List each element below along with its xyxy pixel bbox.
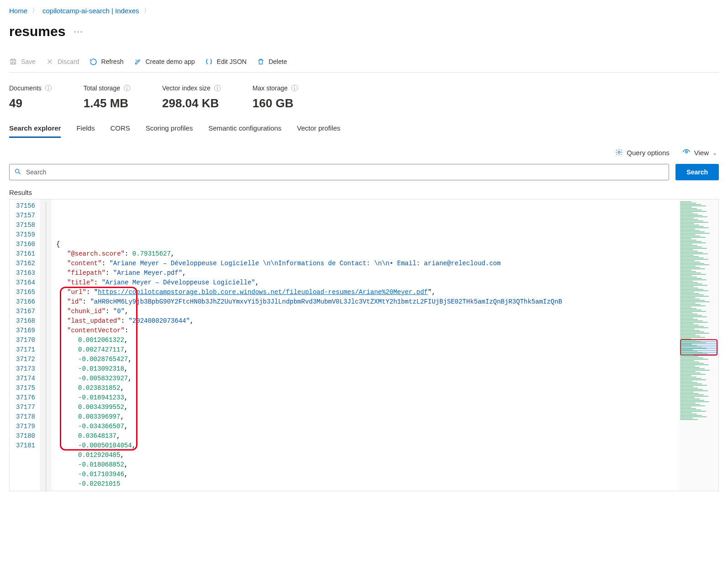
svg-point-2 xyxy=(16,169,19,173)
code-line: "contentVector": xyxy=(56,326,676,336)
tabs: Search explorer Fields CORS Scoring prof… xyxy=(9,121,719,138)
code-line: -0.0058323927, xyxy=(56,374,676,383)
line-number: 37167 xyxy=(12,307,35,316)
info-icon[interactable]: i xyxy=(291,85,298,91)
code-line: { xyxy=(56,240,676,249)
tab-search-explorer[interactable]: Search explorer xyxy=(9,121,61,138)
trash-icon xyxy=(257,58,265,66)
search-button[interactable]: Search xyxy=(675,164,719,180)
fold-strip[interactable] xyxy=(40,199,52,491)
code-line: -0.034366507, xyxy=(56,422,676,431)
info-icon[interactable]: i xyxy=(124,85,130,91)
stat-documents: Documentsi 49 xyxy=(9,84,52,110)
code-line: -0.00050104054, xyxy=(56,441,676,451)
search-input[interactable] xyxy=(21,168,664,176)
code-line: -0.013092318, xyxy=(56,364,676,374)
svg-point-0 xyxy=(618,151,620,153)
view-button[interactable]: View ⌄ xyxy=(682,148,717,157)
line-number: 37172 xyxy=(12,355,35,364)
view-label: View xyxy=(694,149,709,157)
close-icon xyxy=(46,58,54,66)
line-number: 37160 xyxy=(12,240,35,249)
line-number: 37173 xyxy=(12,364,35,374)
stat-value: 49 xyxy=(9,96,52,110)
code-line: 0.03648137, xyxy=(56,431,676,441)
refresh-button[interactable]: Refresh xyxy=(89,58,123,66)
results-editor: 3715637157371583715937160371613716237163… xyxy=(9,199,719,491)
page-title: resumes xyxy=(9,24,65,39)
line-number-gutter: 3715637157371583715937160371613716237163… xyxy=(10,199,40,491)
code-line: -0.02021015 xyxy=(56,479,676,489)
svg-point-1 xyxy=(686,151,688,153)
refresh-label: Refresh xyxy=(101,58,123,65)
stat-value: 1.45 MB xyxy=(84,96,130,110)
search-box[interactable] xyxy=(9,164,669,180)
breadcrumb-indexes[interactable]: copilotcamp-ai-search | Indexes xyxy=(42,7,139,15)
line-number: 37181 xyxy=(12,441,35,451)
line-number: 37175 xyxy=(12,383,35,393)
more-actions-button[interactable]: ··· xyxy=(74,27,83,37)
tab-cors[interactable]: CORS xyxy=(110,121,130,138)
edit-json-label: Edit JSON xyxy=(217,58,247,65)
delete-label: Delete xyxy=(269,58,287,65)
line-number: 37179 xyxy=(12,422,35,431)
code-line: -0.018941233, xyxy=(56,393,676,403)
tools-icon xyxy=(133,58,142,66)
refresh-icon xyxy=(89,58,97,66)
tab-fields[interactable]: Fields xyxy=(76,121,95,138)
line-number: 37171 xyxy=(12,345,35,355)
code-line: 0.0012061322, xyxy=(56,336,676,345)
delete-button[interactable]: Delete xyxy=(257,58,287,66)
code-line: 0.003396997, xyxy=(56,412,676,422)
code-line: -0.018068852, xyxy=(56,460,676,470)
create-demo-label: Create demo app xyxy=(145,58,195,65)
info-icon[interactable]: i xyxy=(45,85,52,91)
stat-total-storage: Total storagei 1.45 MB xyxy=(84,84,130,110)
tab-vector-profiles[interactable]: Vector profiles xyxy=(297,121,340,138)
eye-icon xyxy=(682,148,691,157)
code-panel[interactable]: {"@search.score": 0.79315627,"content": … xyxy=(52,199,679,491)
minimap[interactable] xyxy=(679,199,718,491)
chevron-right-icon: 〉 xyxy=(32,6,38,15)
edit-json-button[interactable]: Edit JSON xyxy=(205,58,247,66)
breadcrumb-home[interactable]: Home xyxy=(9,7,27,15)
line-number: 37157 xyxy=(12,211,35,220)
code-line: "filepath": "Ariane Meyer.pdf", xyxy=(56,268,676,278)
query-options-button[interactable]: Query options xyxy=(615,148,669,157)
line-number: 37158 xyxy=(12,220,35,230)
line-number: 37180 xyxy=(12,431,35,441)
code-line: "url": "https://copilotcampstorage.blob.… xyxy=(56,288,676,297)
stat-label: Max storage xyxy=(253,84,288,92)
line-number: 37169 xyxy=(12,326,35,336)
code-line: "last_updated": "20240802073644", xyxy=(56,316,676,326)
braces-icon xyxy=(205,58,213,66)
stat-value: 298.04 KB xyxy=(162,96,221,110)
line-number: 37162 xyxy=(12,259,35,268)
save-icon xyxy=(9,58,17,66)
code-line: 0.0034399552, xyxy=(56,403,676,412)
code-line: 0.023831852, xyxy=(56,383,676,393)
code-line: "chunk_id": "0", xyxy=(56,307,676,316)
code-line: "id": "aHR0cHM6Ly9jb3BpbG90Y2FtcHN0b3JhZ… xyxy=(56,297,676,307)
breadcrumb: Home 〉 copilotcamp-ai-search | Indexes 〉 xyxy=(9,0,719,21)
line-number: 37161 xyxy=(12,249,35,259)
info-icon[interactable]: i xyxy=(214,85,221,91)
stat-max-storage: Max storagei 160 GB xyxy=(253,84,298,110)
save-button: Save xyxy=(9,58,36,66)
line-number: 37176 xyxy=(12,393,35,403)
discard-button: Discard xyxy=(46,58,79,66)
chevron-down-icon: ⌄ xyxy=(712,150,717,156)
line-number: 37168 xyxy=(12,316,35,326)
line-number: 37156 xyxy=(12,201,35,211)
line-number: 37166 xyxy=(12,297,35,307)
tab-scoring-profiles[interactable]: Scoring profiles xyxy=(146,121,193,138)
line-number: 37170 xyxy=(12,336,35,345)
code-line: -0.0028765427, xyxy=(56,355,676,364)
line-number: 37164 xyxy=(12,278,35,288)
tab-semantic-configurations[interactable]: Semantic configurations xyxy=(208,121,281,138)
line-number: 37178 xyxy=(12,412,35,422)
stat-label: Total storage xyxy=(84,84,120,92)
create-demo-app-button[interactable]: Create demo app xyxy=(133,58,195,66)
stats-row: Documentsi 49 Total storagei 1.45 MB Vec… xyxy=(9,73,719,121)
line-number: 37163 xyxy=(12,268,35,278)
